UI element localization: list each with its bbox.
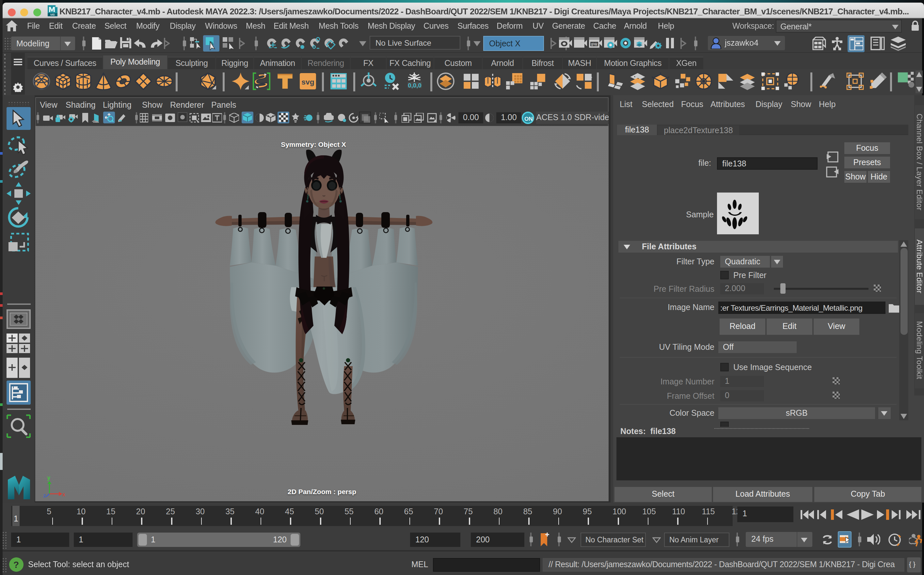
svg-text:IPR: IPR	[591, 42, 598, 47]
svg-text:x: x	[62, 491, 65, 497]
svg-text:y: y	[47, 475, 50, 481]
svg-text:MB: MB	[50, 13, 54, 16]
svg-text:svg: svg	[301, 78, 314, 86]
svg-text:z: z	[43, 492, 46, 498]
svg-text:0,0,0: 0,0,0	[408, 82, 421, 89]
